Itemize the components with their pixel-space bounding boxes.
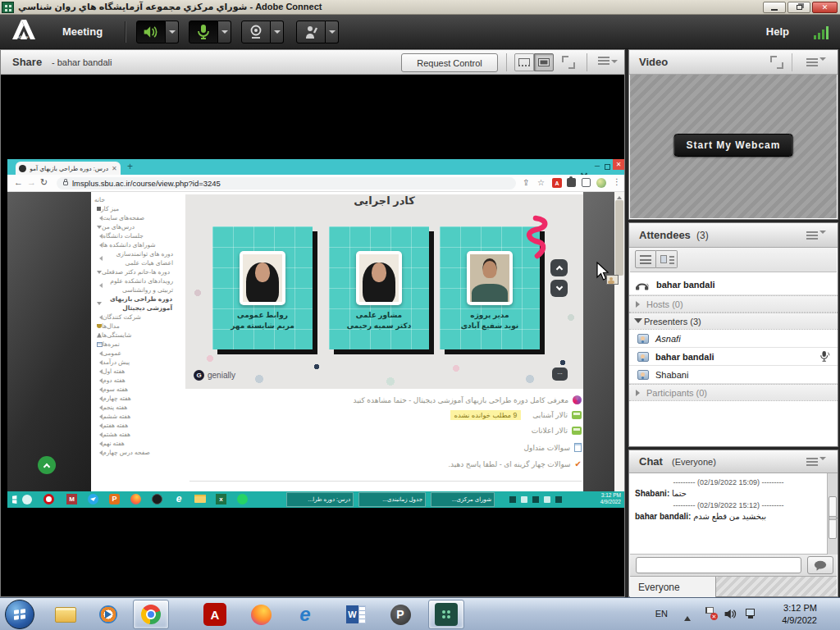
video-fullscreen-button[interactable] (770, 56, 783, 69)
tray-icon[interactable] (509, 496, 516, 503)
tab-group-icon[interactable] (582, 178, 591, 187)
new-tab-button[interactable]: + (127, 161, 133, 172)
resource-link[interactable]: ✔ سوالات چهار گزینه ای - لطفا پاسخ دهید. (448, 459, 582, 468)
phone-attendee-row[interactable]: bahar bandali (629, 275, 838, 295)
back-icon[interactable]: ← (14, 177, 23, 187)
sidebar-item[interactable]: هفته اول (91, 367, 181, 376)
sidebar-item[interactable]: دوره ها-خانم دکتر صدقعلی (91, 267, 181, 276)
excel-icon[interactable]: x (216, 494, 226, 504)
browser-maximize-button[interactable] (605, 164, 610, 170)
genially-next-button[interactable] (550, 280, 568, 297)
webcam-control[interactable] (241, 21, 284, 43)
sidebar-item[interactable]: هفته دوم (91, 376, 181, 385)
sidebar-item[interactable]: میز کار (91, 204, 181, 213)
reload-icon[interactable]: ↻ (40, 177, 48, 188)
status-control[interactable] (296, 21, 339, 43)
participants-group-row[interactable]: Participants (0) (629, 384, 838, 401)
sidebar-item[interactable]: جلسات دانشگاه (91, 231, 181, 240)
card-view-button[interactable] (656, 250, 678, 268)
webcam-button[interactable] (241, 21, 271, 43)
speaker-control[interactable] (136, 21, 179, 43)
extension-acrobat-icon[interactable]: A (552, 178, 562, 188)
resource-link[interactable]: معرفی کامل دوره طراحی بازیهای آموزشی دیج… (353, 395, 582, 404)
speaker-button[interactable] (136, 21, 166, 43)
genially-logo[interactable]: G genially (194, 370, 235, 381)
tray-volume-icon[interactable] (724, 608, 737, 620)
webcam-dropdown[interactable] (271, 21, 284, 43)
firefox-icon[interactable] (130, 494, 141, 504)
forward-icon[interactable]: → (27, 177, 36, 187)
taskbar-ie[interactable]: e (287, 600, 323, 629)
status-dropdown[interactable] (326, 21, 339, 43)
p-app-icon[interactable]: P (109, 494, 120, 504)
list-view-button[interactable] (635, 250, 656, 268)
microphone-button[interactable] (189, 21, 218, 43)
scrollbar-thumb[interactable] (615, 200, 623, 276)
start-webcam-button[interactable]: Start My Webcam (674, 134, 793, 157)
profile-avatar[interactable] (596, 178, 606, 188)
browser-tab[interactable]: درس: دوره طراحي بازيهاي آموزشي ✕ (16, 162, 121, 175)
connection-signal-icon[interactable] (814, 26, 830, 39)
chat-pod-menu-button[interactable] (806, 458, 826, 466)
taskbar-firefox[interactable] (243, 600, 279, 629)
browser-minimize-button[interactable]: – (595, 160, 600, 170)
chat-scrollbar[interactable] (827, 473, 838, 555)
task-button-chrome[interactable]: درس: دوره طرا... (286, 492, 354, 507)
folder-icon[interactable] (194, 495, 206, 503)
sidebar-item[interactable]: نمره‌ها (91, 340, 181, 349)
request-control-button[interactable]: Request Control (401, 53, 498, 72)
chat-scrollbar-thumb[interactable] (829, 496, 837, 539)
sidebar-item[interactable]: دوره های توانمندسازی اعضای هیات علمی (91, 249, 181, 267)
video-pod-menu-button[interactable] (806, 58, 826, 66)
attendee-row[interactable]: bahar bandali (629, 348, 838, 366)
browser-menu-dots-icon[interactable]: ⋮ (613, 177, 621, 186)
browser-close-button[interactable]: ✕ (613, 159, 624, 170)
task-button-excel[interactable]: شورای مرکزی... (431, 492, 495, 507)
whatsapp-icon[interactable] (237, 494, 248, 504)
share-page-icon[interactable]: ⇪ (523, 178, 529, 187)
sidebar-item[interactable]: هفته نهم (91, 439, 181, 448)
tray-icon[interactable] (521, 496, 527, 503)
telegram-icon[interactable] (88, 494, 98, 504)
bookmark-star-icon[interactable]: ☆ (537, 178, 545, 187)
sidebar-item[interactable]: هفته هفتم (91, 421, 181, 430)
resource-link[interactable]: سوالات متداول (524, 443, 582, 452)
snipping-tool-icon[interactable] (22, 495, 32, 504)
genially-prev-button[interactable] (550, 259, 568, 276)
layout-filled-button[interactable] (534, 53, 554, 71)
sidebar-item[interactable]: رویدادهای دانشکده علوم تربیتی و روانشناس… (91, 276, 181, 294)
send-message-button[interactable] (807, 556, 833, 574)
sidebar-item[interactable]: عمومی (91, 349, 181, 358)
sidebar-item[interactable]: شرکت کنندگان (91, 313, 181, 322)
sidebar-item[interactable]: هفته پنجم (91, 403, 181, 412)
microphone-control[interactable] (189, 21, 231, 43)
opera-icon[interactable] (43, 494, 54, 504)
chat-input[interactable] (636, 557, 801, 573)
taskbar-media-player[interactable] (90, 600, 126, 629)
share-pod-menu-button[interactable] (598, 57, 618, 66)
obs-icon[interactable] (152, 494, 162, 504)
sidebar-item[interactable]: هفته هشتم (91, 430, 181, 439)
sidebar-item[interactable]: صفحه‌های سایت (91, 213, 181, 222)
taskbar-acrobat[interactable]: A (197, 600, 233, 629)
tray-network-icon[interactable] (746, 609, 758, 619)
sidebar-item[interactable]: شایستگی‌ها (91, 331, 181, 340)
tray-flag-icon[interactable] (532, 496, 539, 503)
sidebar-item[interactable]: مدال‌ها (91, 322, 181, 331)
taskbar-word[interactable]: W (338, 600, 374, 629)
menu-meeting[interactable]: Meeting (62, 25, 103, 38)
m-app-icon[interactable]: M (66, 494, 77, 504)
minimize-button[interactable] (763, 2, 786, 13)
tab-close-icon[interactable]: ✕ (112, 165, 117, 172)
resource-link[interactable]: تالار اعلانات (532, 427, 582, 435)
attendees-pod-menu-button[interactable] (806, 231, 826, 240)
taskbar-adobe-connect[interactable] (428, 600, 464, 629)
action-center-flag-icon[interactable]: ✕ (705, 607, 715, 620)
sidebar-item[interactable]: درس‌های من (91, 222, 181, 231)
hosts-group-row[interactable]: Hosts (0) (629, 295, 838, 313)
attendee-row[interactable]: Shabani (629, 366, 838, 384)
attendee-row[interactable]: Asnafi (629, 330, 838, 348)
scroll-top-button[interactable] (38, 456, 56, 474)
chat-tab-everyone[interactable]: Everyone (630, 577, 716, 597)
presenters-group-row[interactable]: Presenters (3) (629, 313, 838, 330)
